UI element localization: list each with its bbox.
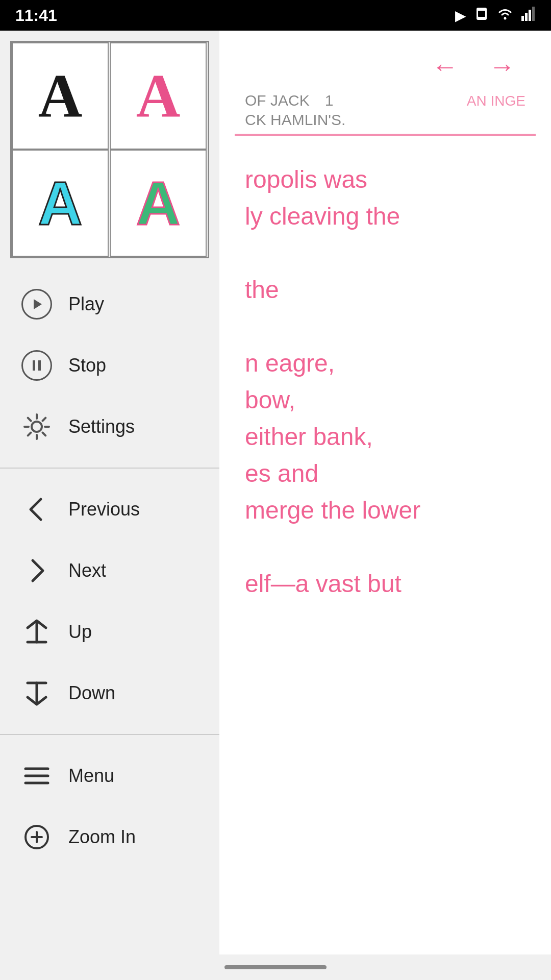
book-title-partial: OF JACK: [245, 92, 310, 109]
svg-rect-8: [33, 360, 35, 371]
up-icon-container: [20, 616, 53, 648]
right-panel-book: ← → OF JACK 1 AN INGE CK HAMLIN'S. ropol…: [219, 31, 551, 980]
svg-rect-4: [525, 13, 528, 21]
sim-status-icon: [474, 7, 489, 24]
left-panel: A A A A Play: [0, 31, 219, 980]
svg-rect-5: [529, 10, 531, 21]
arrow-right-icon: [22, 556, 51, 585]
signal-status-icon: [521, 7, 536, 24]
book-page-number: 1: [325, 92, 334, 109]
pause-circle-icon: [21, 350, 52, 381]
settings-icon-container: [20, 410, 53, 443]
menu-icon-container: [20, 760, 53, 792]
svg-rect-1: [478, 11, 485, 17]
font-letter-a-green: A: [136, 168, 181, 238]
book-nav-back[interactable]: ←: [432, 51, 458, 82]
menu-item-previous[interactable]: Previous: [0, 479, 219, 540]
arrow-up-icon: [22, 618, 51, 646]
main-layout: A A A A Play: [0, 31, 551, 980]
bottom-home-indicator: [224, 965, 327, 969]
book-text-content: ropolis was ly cleaving the the n eagre,…: [245, 161, 525, 602]
stop-label: Stop: [68, 355, 106, 376]
menu-item-zoom-in[interactable]: Zoom In: [0, 806, 219, 868]
wifi-status-icon: [497, 7, 513, 24]
zoom-in-icon: [22, 823, 51, 851]
play-triangle: [29, 296, 45, 312]
font-letter-a-cyan: A: [38, 168, 83, 238]
menu-nav-section: Previous Next Up: [0, 474, 219, 729]
menu-label: Menu: [68, 765, 114, 787]
menu-item-up[interactable]: Up: [0, 601, 219, 663]
stop-icon-container: [20, 349, 53, 382]
font-letter-a-black: A: [38, 61, 83, 131]
pause-bars: [29, 357, 45, 374]
svg-line-18: [28, 433, 31, 436]
book-title-line: OF JACK 1 AN INGE: [245, 92, 525, 109]
play-status-icon: ▶: [455, 7, 466, 24]
settings-label: Settings: [68, 416, 135, 437]
book-navigation: ← →: [235, 41, 536, 87]
font-style-pink-serif[interactable]: A: [110, 42, 207, 150]
font-style-green-pink-outline[interactable]: A: [110, 150, 207, 257]
svg-rect-6: [532, 7, 535, 21]
svg-line-16: [43, 433, 46, 436]
previous-label: Previous: [68, 499, 140, 520]
zoom-in-label: Zoom In: [68, 826, 136, 848]
svg-point-10: [32, 422, 42, 432]
arrow-down-icon: [22, 679, 51, 707]
book-nav-forward[interactable]: →: [489, 51, 515, 82]
menu-item-menu[interactable]: Menu: [0, 745, 219, 806]
play-icon-container: [20, 288, 53, 321]
menu-item-play[interactable]: Play: [0, 274, 219, 335]
svg-marker-7: [34, 299, 42, 309]
status-icons: ▶: [455, 7, 536, 24]
font-style-black-serif[interactable]: A: [12, 42, 109, 150]
gear-icon: [21, 411, 52, 442]
svg-line-15: [28, 418, 31, 421]
play-circle-icon: [21, 289, 52, 320]
font-letter-a-pink: A: [136, 61, 181, 131]
menu-divider-2: [0, 734, 219, 735]
hamburger-icon: [22, 762, 51, 790]
menu-top-section: Play Stop: [0, 268, 219, 462]
up-label: Up: [68, 621, 92, 643]
menu-divider-1: [0, 468, 219, 469]
font-style-cyan-outline[interactable]: A: [12, 150, 109, 257]
book-chapter-partial: AN INGE: [467, 93, 525, 109]
book-content: ropolis was ly cleaving the the n eagre,…: [235, 151, 536, 612]
down-label: Down: [68, 682, 115, 704]
status-bar: 11:41 ▶: [0, 0, 551, 31]
menu-item-settings[interactable]: Settings: [0, 396, 219, 457]
status-time: 11:41: [15, 6, 57, 25]
svg-point-2: [504, 17, 507, 19]
next-label: Next: [68, 560, 106, 581]
svg-rect-3: [521, 16, 524, 21]
arrow-left-icon: [22, 495, 51, 524]
down-icon-container: [20, 677, 53, 709]
next-icon-container: [20, 554, 53, 587]
play-label: Play: [68, 293, 104, 315]
menu-item-down[interactable]: Down: [0, 663, 219, 724]
menu-item-next[interactable]: Next: [0, 540, 219, 601]
book-header: OF JACK 1 AN INGE CK HAMLIN'S.: [235, 87, 536, 136]
zoom-in-icon-container: [20, 821, 53, 853]
previous-icon-container: [20, 493, 53, 526]
menu-item-stop[interactable]: Stop: [0, 335, 219, 396]
svg-line-17: [43, 418, 46, 421]
book-subtitle-partial: CK HAMLIN'S.: [245, 111, 525, 129]
font-style-grid: A A A A: [10, 41, 209, 258]
svg-rect-9: [38, 360, 41, 371]
menu-bottom-section: Menu Zoom In: [0, 740, 219, 873]
